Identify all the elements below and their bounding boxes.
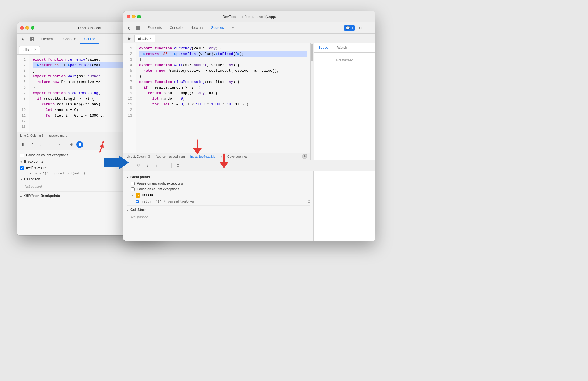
step-into-btn-back[interactable]: ↑ xyxy=(46,141,54,148)
pause-btn-back[interactable]: ⏸ xyxy=(19,141,27,148)
bp-code-line: 2 xyxy=(308,199,310,203)
tab-sources-front[interactable]: Sources xyxy=(207,24,228,32)
call-stack-header-front[interactable]: Call Stack xyxy=(127,205,310,213)
scope-tab[interactable]: Scope xyxy=(314,43,333,52)
bp-file-arrow xyxy=(131,194,133,197)
step-over-btn-back[interactable]: ↓ xyxy=(37,141,45,148)
breakpoints-label-back: Breakpoints xyxy=(24,160,43,164)
tab-console-front[interactable]: Console xyxy=(166,24,186,32)
message-badge-front[interactable]: 💬1 xyxy=(344,25,355,31)
step-out-btn-front[interactable]: → xyxy=(161,162,169,169)
xhr-arrow-back xyxy=(20,194,22,198)
breakpoints-header-front[interactable]: Breakpoints xyxy=(127,173,310,181)
window-title-front: DevTools - coffee-cart.netlify.app/ xyxy=(222,15,276,19)
menu-icon-front[interactable]: ⋮ xyxy=(365,24,373,32)
step-over-btn-front[interactable]: ↓ xyxy=(143,162,151,169)
cursor-icon-front[interactable] xyxy=(125,24,133,32)
code-right-split: 1 2 3 4 5 6 7 8 9 10 11 12 13 xyxy=(123,43,375,160)
play-icon-front[interactable]: ▶ xyxy=(125,34,133,42)
status-source-link[interactable]: index.1ac4eab2.js xyxy=(190,155,215,158)
nav-tabs-front: Elements Console Network Sources » xyxy=(143,24,343,32)
download-icon[interactable] xyxy=(302,154,307,159)
pause-uncaught-checkbox[interactable] xyxy=(131,182,135,185)
step-out-btn-back[interactable]: → xyxy=(55,141,63,148)
window-title-back: DevTools - cof xyxy=(78,26,101,30)
code-editor-front: 1 2 3 4 5 6 7 8 9 10 11 12 13 xyxy=(123,43,310,153)
tab-sources-back[interactable]: Source xyxy=(80,35,99,44)
bp-code-checkbox[interactable] xyxy=(136,200,139,203)
deactivate-btn-back[interactable]: ⊘ xyxy=(67,141,75,148)
toolbar-front: Elements Console Network Sources » 💬1 ⚙ … xyxy=(123,22,375,34)
deactivate-btn-front[interactable]: ⊘ xyxy=(174,162,182,169)
breakpoints-arrow-front xyxy=(127,176,129,179)
file-tab-utils-back[interactable]: utils.ts ✕ xyxy=(19,46,40,54)
xhr-label-back: XHR/fetch Breakpoints xyxy=(24,194,60,198)
settings-icon-front[interactable]: ⚙ xyxy=(356,24,364,32)
breakpoints-label-front: Breakpoints xyxy=(130,175,150,179)
right-panel-tabs: Scope Watch xyxy=(314,43,375,53)
resume-btn-front[interactable]: ↺ xyxy=(134,162,142,169)
right-panel-front: Scope Watch Not paused xyxy=(314,43,375,160)
tab-elements-back[interactable]: Elements xyxy=(37,35,59,44)
bp-file-item: TS utils.ts xyxy=(127,192,310,199)
debug-divider-front xyxy=(171,163,172,168)
svg-rect-7 xyxy=(139,28,140,30)
tab-console-back[interactable]: Console xyxy=(59,35,80,44)
pause-btn-front[interactable]: ⏸ xyxy=(125,162,133,169)
traffic-lights-back xyxy=(20,26,34,30)
pause-caught-item-front: Pause on caught exceptions xyxy=(127,186,310,192)
tab-network-front[interactable]: Network xyxy=(186,24,207,32)
debug-toolbar-front: ⏸ ↺ ↓ ↑ → ⊘ xyxy=(123,160,375,171)
call-stack-label-front: Call Stack xyxy=(130,208,146,212)
bp-filename-front: utils.ts xyxy=(142,193,153,197)
inspect-icon-front[interactable] xyxy=(134,24,142,32)
maximize-button-back[interactable] xyxy=(31,26,34,30)
status-coverage: Coverage: n/a xyxy=(227,155,247,158)
svg-rect-0 xyxy=(30,38,32,39)
maximize-button-front[interactable] xyxy=(137,15,141,18)
call-stack-label-back: Call Stack xyxy=(24,177,40,181)
ts-file-icon: TS xyxy=(136,193,140,198)
svg-rect-3 xyxy=(32,40,34,41)
status-position-back: Line 2, Column 3 xyxy=(20,134,43,137)
step-into-btn-front[interactable]: ↑ xyxy=(152,162,160,169)
minimize-button-back[interactable] xyxy=(25,26,29,30)
status-source-middle: (source mapped from xyxy=(155,155,185,158)
debug-divider-back xyxy=(65,142,65,147)
scope-not-paused: Not paused xyxy=(314,53,375,68)
status-position-front: Line 2, Column 3 xyxy=(127,155,150,158)
bp-checkbox-back[interactable] xyxy=(20,166,24,170)
resume-btn-back[interactable]: ↺ xyxy=(28,141,36,148)
file-tab-close-front[interactable]: ✕ xyxy=(149,37,152,40)
file-tab-close-back[interactable]: ✕ xyxy=(34,48,36,52)
bp-filename-back: utils.ts:2 xyxy=(26,166,46,170)
scrollbar-thumb[interactable] xyxy=(311,44,313,61)
svg-rect-6 xyxy=(137,28,138,30)
pause-blue-btn-back[interactable]: ⏸ xyxy=(76,141,83,148)
file-tab-name-back: utils.ts xyxy=(23,48,32,52)
svg-rect-2 xyxy=(30,40,32,41)
status-bar-front: Line 2, Column 3 (source mapped from ind… xyxy=(123,153,310,160)
watch-tab[interactable]: Watch xyxy=(333,43,351,52)
file-tab-utils-front[interactable]: utils.ts ✕ xyxy=(134,35,155,42)
file-tab-name-front: utils.ts xyxy=(138,37,148,41)
breakpoints-arrow-back xyxy=(20,160,22,163)
pause-uncaught-label: Pause on uncaught exceptions xyxy=(137,182,183,185)
close-button-front[interactable] xyxy=(127,15,130,18)
cursor-icon[interactable] xyxy=(19,35,27,43)
svg-rect-1 xyxy=(32,38,34,39)
status-source-back: (source ma... xyxy=(49,134,67,137)
tab-elements-front[interactable]: Elements xyxy=(143,24,166,32)
call-stack-not-paused-front: Not paused xyxy=(127,213,310,221)
tab-more-front[interactable]: » xyxy=(228,24,238,32)
close-button-back[interactable] xyxy=(20,26,24,30)
minimize-button-front[interactable] xyxy=(132,15,136,18)
inspect-icon[interactable] xyxy=(28,35,36,43)
pause-uncaught-item: Pause on uncaught exceptions xyxy=(127,181,310,186)
pause-caught-input-back[interactable] xyxy=(20,154,24,157)
bottom-left-front: Breakpoints Pause on uncaught exceptions… xyxy=(123,171,314,241)
title-bar-front: DevTools - coffee-cart.netlify.app/ xyxy=(123,11,375,22)
pause-caught-label-front: Pause on caught exceptions xyxy=(137,187,179,191)
bottom-right-scope xyxy=(314,171,375,241)
pause-caught-checkbox-front[interactable] xyxy=(131,187,135,191)
